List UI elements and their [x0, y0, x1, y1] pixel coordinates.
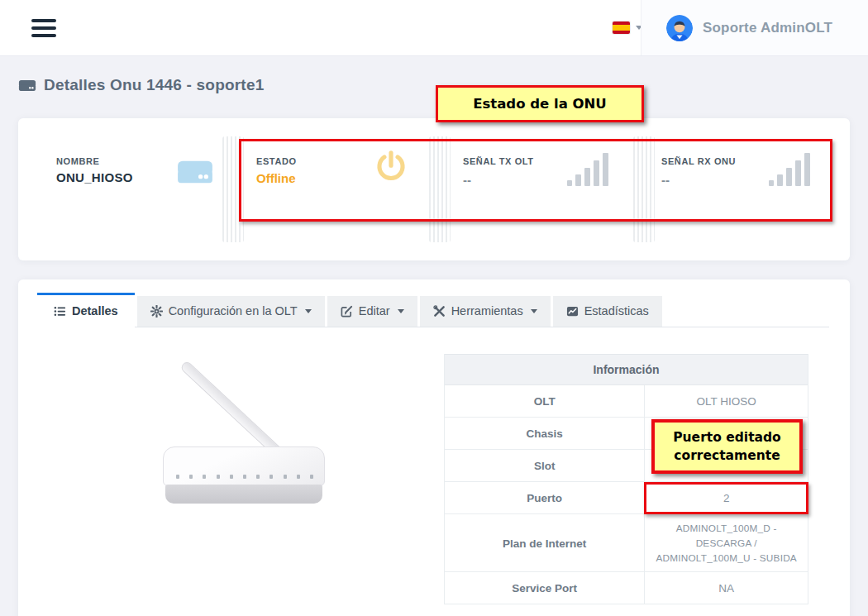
table-row: Service Port NA	[445, 572, 808, 604]
list-icon	[54, 305, 66, 318]
status-highlight-rectangle	[239, 139, 832, 222]
nombre-label: NOMBRE	[56, 156, 133, 166]
spain-flag-icon	[613, 21, 630, 34]
user-menu[interactable]: Soporte AdminOLT	[641, 0, 868, 55]
nombre-value: ONU_HIOSO	[56, 170, 133, 184]
gear-icon	[150, 305, 163, 318]
tab-label: Herramientas	[451, 304, 523, 318]
table-header: Información	[445, 354, 808, 385]
row-value: NA	[645, 572, 808, 604]
chart-icon	[566, 305, 579, 318]
tab-label: Detalles	[72, 304, 118, 318]
onu-device-icon	[18, 78, 36, 93]
hamburger-menu-icon[interactable]	[31, 19, 56, 38]
row-label: OLT	[445, 385, 645, 418]
informacion-table: Información OLT OLT HIOSO Chasis Slot Pu…	[444, 354, 808, 604]
router-body	[163, 446, 325, 486]
port-annotation-box: Puerto editado correctamente	[651, 419, 803, 474]
puerto-highlight-rectangle	[644, 482, 808, 514]
chevron-down-icon	[398, 309, 404, 313]
top-navbar: Soporte AdminOLT	[0, 0, 868, 56]
row-value: OLT HIOSO	[645, 385, 808, 418]
tab-label: Editar	[359, 304, 390, 318]
tabs-bar: Detalles Configuración en la OLT Editar	[37, 293, 829, 327]
chevron-down-icon	[531, 309, 537, 313]
user-avatar-icon	[666, 15, 693, 41]
row-label: Slot	[445, 450, 645, 482]
router-front	[165, 485, 322, 504]
table-row: OLT OLT HIOSO	[445, 385, 808, 418]
row-label: Chasis	[445, 418, 645, 450]
tab-herramientas[interactable]: Herramientas	[420, 296, 551, 327]
page-title: Detalles Onu 1446 - soporte1	[18, 76, 264, 94]
status-annotation-box: Estado de la ONU	[436, 85, 644, 122]
row-label: Puerto	[445, 482, 645, 514]
row-value: ADMINOLT_100M_D - DESCARGA / ADMINOLT_10…	[645, 514, 808, 572]
tab-estadisticas[interactable]: Estadísticas	[553, 296, 662, 327]
onu-device-icon	[174, 156, 217, 188]
row-label: Service Port	[445, 572, 645, 604]
user-name: Soporte AdminOLT	[703, 20, 832, 36]
tab-label: Configuración en la OLT	[169, 304, 298, 318]
tab-configuracion-olt[interactable]: Configuración en la OLT	[137, 296, 325, 327]
page-title-text: Detalles Onu 1446 - soporte1	[44, 76, 264, 94]
row-label: Plan de Internet	[445, 514, 645, 572]
language-dropdown[interactable]	[613, 21, 642, 34]
app-screen: Soporte AdminOLT Detalles Onu 1446 - sop…	[0, 0, 868, 616]
tab-label: Estadísticas	[584, 304, 649, 318]
tools-icon	[433, 305, 446, 318]
tab-editar[interactable]: Editar	[327, 296, 417, 327]
tab-detalles[interactable]: Detalles	[37, 293, 135, 327]
chevron-down-icon	[305, 309, 312, 313]
edit-icon	[341, 305, 353, 318]
router-leds	[176, 475, 313, 479]
table-row: Plan de Internet ADMINOLT_100M_D - DESCA…	[445, 514, 808, 572]
